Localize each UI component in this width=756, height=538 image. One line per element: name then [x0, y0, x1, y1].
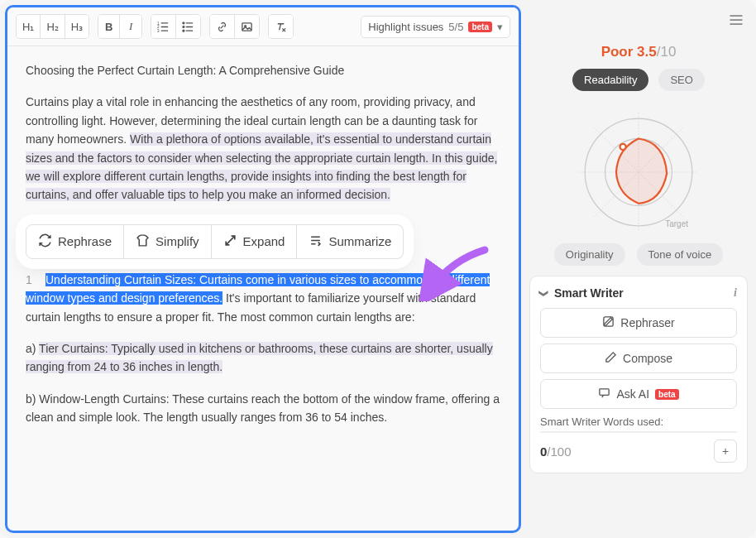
highlight-issues-count: 5/5 [448, 21, 463, 33]
italic-button[interactable]: I [120, 15, 141, 38]
tab-tone[interactable]: Tone of voice [637, 243, 724, 266]
expand-button[interactable]: Expand [212, 224, 298, 259]
summarize-icon [309, 233, 323, 250]
beta-badge: beta [468, 22, 492, 32]
summarize-button[interactable]: Summarize [297, 224, 404, 259]
score-section: Poor 3.5/10 Readability SEO Ta [529, 44, 748, 266]
target-label: Target [665, 219, 688, 228]
menu-icon[interactable] [725, 8, 748, 34]
editor-content[interactable]: Choosing the Perfect Curtain Length: A C… [7, 46, 519, 531]
info-icon[interactable]: i [734, 286, 737, 300]
editor-toolbar: H₁ H₂ H₃ B I 123 Highlight issues [7, 7, 519, 46]
score-value: 3.5 [637, 44, 657, 60]
editor-pane: H₁ H₂ H₃ B I 123 Highlight issues [5, 5, 521, 533]
paragraph-a: a) Tier Curtains: Typically used in kitc… [26, 339, 500, 377]
heading3-button[interactable]: H₃ [65, 15, 89, 38]
compose-button[interactable]: Compose [540, 343, 737, 373]
smart-writer-title: Smart Writer [554, 286, 624, 300]
unordered-list-button[interactable] [176, 15, 200, 38]
tab-originality[interactable]: Originality [554, 243, 625, 266]
svg-rect-6 [242, 22, 251, 30]
svg-point-14 [620, 144, 626, 150]
refresh-icon [38, 233, 52, 250]
chevron-down-icon: ▾ [497, 21, 503, 33]
edit-icon [602, 315, 615, 330]
heading1-button[interactable]: H₁ [17, 15, 41, 38]
svg-point-4 [183, 26, 184, 27]
highlight-issues-label: Highlight issues [368, 21, 443, 33]
expand-icon [223, 233, 237, 250]
list-item-1: 1Understanding Curtain Sizes: Curtains c… [26, 271, 500, 326]
radar-chart: Target [556, 98, 721, 247]
simplify-button[interactable]: Simplify [124, 224, 212, 259]
words-used-label: Smart Writer Words used: [540, 416, 737, 428]
bold-button[interactable]: B [98, 15, 120, 38]
score-max: /10 [657, 44, 677, 60]
rephrase-button[interactable]: Rephrase [26, 224, 124, 259]
rephraser-button[interactable]: Rephraser [540, 308, 737, 338]
image-button[interactable] [235, 15, 259, 38]
list-number: 1 [26, 271, 37, 289]
heading2-button[interactable]: H₂ [41, 15, 65, 38]
svg-rect-16 [600, 389, 609, 396]
paragraph-b: b) Window-Length Curtains: These curtain… [26, 390, 500, 427]
tab-readability[interactable]: Readability [572, 69, 648, 91]
chevron-down-icon[interactable]: ❯ [538, 290, 549, 297]
ask-ai-button[interactable]: Ask AI beta [540, 379, 737, 409]
doc-title: Choosing the Perfect Curtain Length: A C… [26, 61, 500, 79]
ordered-list-button[interactable]: 123 [151, 15, 176, 38]
pencil-icon [605, 351, 617, 366]
shirt-icon [136, 233, 150, 250]
link-button[interactable] [210, 15, 235, 38]
score-label: Poor [601, 44, 634, 60]
side-panel: Poor 3.5/10 Readability SEO Ta [524, 0, 756, 538]
add-words-button[interactable]: + [714, 440, 737, 463]
ai-toolbar: Rephrase Simplify Expand Summarize [26, 224, 404, 259]
svg-text:3: 3 [157, 29, 160, 33]
highlight-issues-dropdown[interactable]: Highlight issues 5/5 beta ▾ [361, 16, 510, 38]
chat-icon [598, 387, 610, 401]
clear-format-button[interactable] [269, 15, 293, 38]
smart-writer-card: ❯ Smart Writer i Rephraser Compose Ask A… [529, 276, 748, 473]
paragraph-1: Curtains play a vital role in enhancing … [26, 93, 500, 204]
highlighted-text: Tier Curtains: Typically used in kitchen… [26, 342, 493, 373]
words-used-value: 0/100 [540, 444, 572, 459]
svg-point-3 [183, 22, 184, 23]
svg-point-5 [183, 30, 184, 31]
beta-badge: beta [655, 389, 679, 400]
tab-seo[interactable]: SEO [658, 69, 704, 91]
